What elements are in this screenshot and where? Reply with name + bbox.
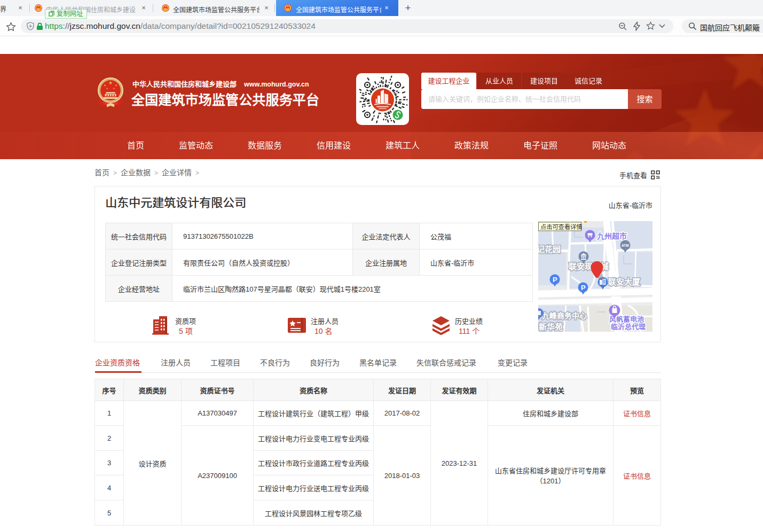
svg-text:P: P bbox=[581, 284, 586, 292]
svg-text:临沂总代理: 临沂总代理 bbox=[611, 323, 646, 331]
svg-text:联安大厦: 联安大厦 bbox=[608, 277, 641, 286]
svg-text:新华苑: 新华苑 bbox=[539, 322, 563, 331]
svg-text:点击可查看详情: 点击可查看详情 bbox=[540, 223, 583, 230]
svg-text:九峰商务中心: 九峰商务中心 bbox=[541, 311, 587, 320]
svg-text:P: P bbox=[553, 276, 557, 284]
svg-text:ATM: ATM bbox=[622, 244, 629, 247]
svg-text:记花园: 记花园 bbox=[538, 245, 561, 254]
svg-text:九州超市: 九州超市 bbox=[596, 232, 627, 240]
